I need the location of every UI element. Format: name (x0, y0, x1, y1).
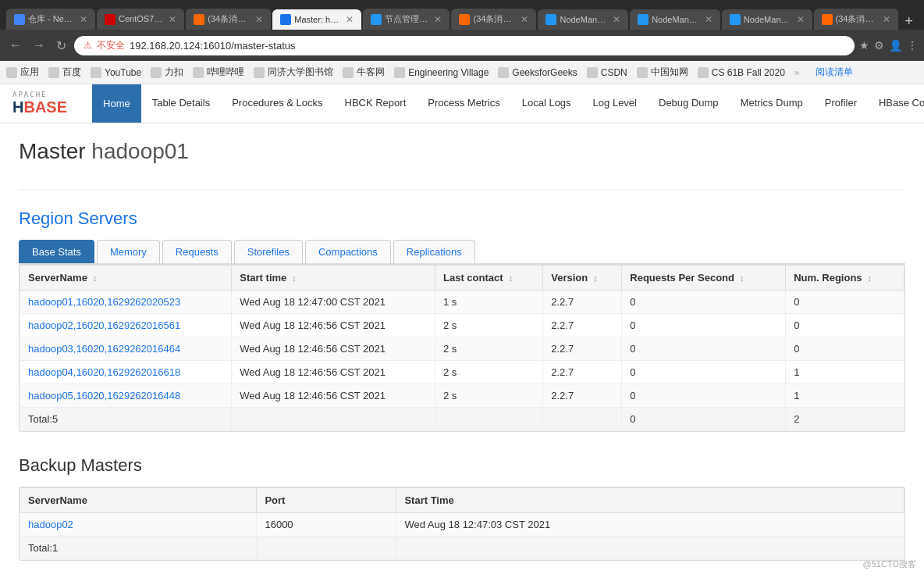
tab-close-icon[interactable]: ✕ (705, 14, 713, 25)
browser-tab[interactable]: NodeManag... ✕ (722, 9, 812, 30)
tab-close-icon[interactable]: ✕ (797, 14, 805, 25)
bookmark-label: GeeksforGeeks (512, 67, 577, 78)
reload-button[interactable]: ↻ (53, 37, 69, 55)
nav-item[interactable]: HBase Configuration (868, 84, 924, 123)
browser-tab[interactable]: NodeManag... ✕ (538, 9, 628, 30)
nav-item[interactable]: Local Logs (511, 84, 582, 123)
browser-tab[interactable]: 节点管理器... ✕ (363, 9, 450, 30)
address-bar[interactable]: ⚠ 不安全 192.168.20.124:16010/master-status (74, 36, 855, 55)
bookmark-label: 力扣 (165, 66, 183, 79)
back-button[interactable]: ← (6, 37, 25, 54)
total-row: Total:502 (20, 408, 904, 431)
tab-favicon (459, 14, 470, 25)
bookmark-item[interactable]: CS 61B Fall 2020 (698, 67, 785, 78)
rs-tab-button[interactable]: Base Stats (19, 240, 94, 263)
rs-column-header[interactable]: Last contact ↕ (435, 266, 543, 291)
server-link[interactable]: hadoop03,16020,1629262016464 (28, 343, 180, 355)
rps: 0 (630, 390, 635, 401)
total-cell (543, 408, 622, 431)
bookmark-item[interactable]: Engineering Village (394, 67, 489, 78)
region-servers-table: ServerName ↕Start time ↕Last contact ↕Ve… (20, 265, 904, 431)
server-link[interactable]: hadoop05,16020,1629262016448 (28, 390, 180, 401)
tab-close-icon[interactable]: ✕ (521, 14, 528, 25)
bookmark-item[interactable]: 百度 (48, 66, 81, 79)
extension-icon[interactable]: ⚙ (874, 39, 884, 52)
rs-tab-button[interactable]: Storefiles (234, 240, 303, 263)
rs-tab-button[interactable]: Compactions (305, 240, 391, 263)
tab-close-icon[interactable]: ✕ (169, 14, 176, 25)
total-cell (257, 537, 396, 560)
column-label: Last contact (443, 272, 503, 284)
bookmark-item[interactable]: 应用 (6, 66, 39, 79)
browser-tab[interactable]: Master: had... ✕ (272, 9, 361, 30)
rs-column-header[interactable]: ServerName ↕ (20, 266, 232, 291)
nav-item[interactable]: Home (92, 84, 141, 123)
browser-tab[interactable]: 仓库 - Neon... ✕ (6, 9, 95, 30)
server-link[interactable]: hadoop02,16020,1629262016561 (28, 319, 180, 331)
menu-icon[interactable]: ⋮ (907, 39, 918, 52)
server-link[interactable]: hadoop04,16020,1629262016618 (28, 366, 180, 378)
bookmark-label: YouTube (105, 67, 141, 78)
forward-button[interactable]: → (30, 37, 48, 54)
new-tab-button[interactable]: + (900, 13, 918, 30)
region-servers-title: Region Servers (19, 209, 905, 229)
column-label: Version (551, 272, 588, 284)
table-row: hadoop05,16020,1629262016448Wed Aug 18 1… (20, 384, 904, 408)
more-bookmarks[interactable]: » (794, 67, 800, 78)
rs-tab-button[interactable]: Memory (97, 240, 160, 263)
bookmark-item[interactable]: CSDN (587, 67, 627, 78)
reading-list[interactable]: 阅读清单 (816, 66, 853, 79)
bookmark-favicon (698, 67, 709, 78)
rs-column-header[interactable]: Start time ↕ (232, 266, 435, 291)
sort-icon: ↕ (506, 273, 514, 283)
tab-close-icon[interactable]: ✕ (346, 14, 354, 25)
tab-label: (34条消息)... (473, 13, 514, 25)
rs-column-header[interactable]: Version ↕ (543, 266, 622, 291)
total-cell (396, 537, 904, 560)
browser-tab[interactable]: (34条消息)... ✕ (814, 9, 899, 30)
app: APACHE HBASE HomeTable DetailsProcedures… (0, 84, 924, 576)
tab-favicon (546, 14, 556, 25)
rs-tab-button[interactable]: Replications (393, 240, 475, 263)
rps: 0 (630, 319, 635, 331)
bookmark-item[interactable]: 力扣 (151, 66, 183, 79)
nav-item[interactable]: Process Metrics (417, 84, 510, 123)
tab-close-icon[interactable]: ✕ (883, 14, 890, 25)
bookmark-favicon (6, 67, 17, 78)
rs-column-header[interactable]: Num. Regions ↕ (786, 266, 904, 291)
bookmark-item[interactable]: YouTube (91, 67, 141, 78)
server-link[interactable]: hadoop01,16020,1629262020523 (28, 296, 180, 308)
browser-tab[interactable]: CentOS7安... ✕ (97, 9, 184, 30)
browser-tab[interactable]: (34条消息)... ✕ (451, 9, 536, 30)
tab-close-icon[interactable]: ✕ (434, 14, 442, 25)
bookmarks-bar: 应用百度YouTube力扣哔哩哔哩同济大学图书馆牛客网Engineering V… (0, 61, 924, 84)
bookmark-item[interactable]: 牛客网 (343, 66, 385, 79)
bookmark-item[interactable]: 中国知网 (637, 66, 688, 79)
bookmark-item[interactable]: 同济大学图书馆 (254, 66, 333, 79)
profile-icon[interactable]: 👤 (889, 39, 902, 52)
bookmark-item[interactable]: GeeksforGeeks (498, 67, 577, 78)
tab-close-icon[interactable]: ✕ (613, 14, 620, 25)
rs-column-header[interactable]: Requests Per Second ↕ (622, 266, 786, 291)
nav-item[interactable]: Procedures & Locks (221, 84, 333, 123)
bookmark-icon[interactable]: ★ (859, 39, 869, 52)
browser-tab[interactable]: NodeManag... ✕ (630, 9, 720, 30)
nav-item[interactable]: HBCK Report (334, 84, 418, 123)
bookmark-item[interactable]: 哔哩哔哩 (193, 66, 244, 79)
logo: APACHE HBASE (12, 91, 76, 116)
tab-label: 仓库 - Neon... (28, 13, 73, 25)
rs-tab-button[interactable]: Requests (162, 240, 232, 263)
bookmark-favicon (637, 67, 648, 78)
bm-server-link[interactable]: hadoop02 (28, 519, 73, 530)
tab-close-icon[interactable]: ✕ (255, 14, 263, 25)
rps: 0 (630, 343, 635, 355)
nav-item[interactable]: Debug Dump (648, 84, 730, 123)
num-regions: 1 (794, 390, 799, 401)
nav-item[interactable]: Metrics Dump (730, 84, 814, 123)
column-label: ServerName (28, 272, 87, 284)
tab-close-icon[interactable]: ✕ (80, 14, 87, 25)
browser-tab[interactable]: (34条消息)... ✕ (186, 9, 271, 30)
nav-item[interactable]: Profiler (814, 84, 868, 123)
nav-item[interactable]: Log Level (582, 84, 648, 123)
nav-item[interactable]: Table Details (141, 84, 221, 123)
